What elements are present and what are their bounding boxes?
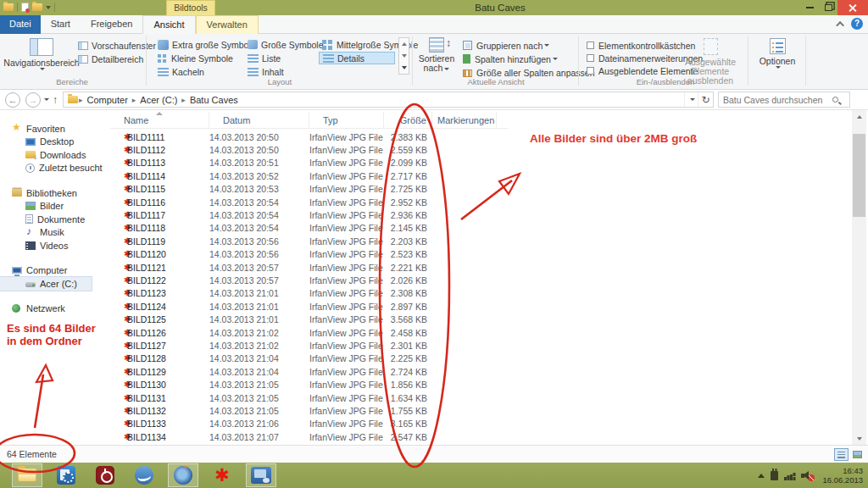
file-row[interactable]: BILD112114.03.2013 20:57IrfanView JPG Fi… xyxy=(110,261,619,274)
breadcrumb-item-acer-c[interactable]: Acer (C:) xyxy=(136,95,181,105)
sidebar-item-favoriten[interactable]: Favoriten xyxy=(0,122,107,136)
sidebar-item-dokumente[interactable]: Dokumente xyxy=(0,213,107,226)
file-row[interactable]: BILD111714.03.2013 20:54IrfanView JPG Fi… xyxy=(110,208,619,221)
add-columns-button[interactable]: Spalten hinzufügen xyxy=(463,53,558,65)
tab-datei[interactable]: Datei xyxy=(0,15,41,34)
layout-grosse-symbole[interactable]: Große Symbole xyxy=(244,38,327,51)
new-folder-button[interactable] xyxy=(32,3,42,11)
help-icon[interactable] xyxy=(851,18,863,30)
gallery-scroll-up-icon[interactable] xyxy=(402,42,407,46)
show-hidden-icons-icon[interactable] xyxy=(758,474,765,478)
file-row[interactable]: BILD112514.03.2013 21:01IrfanView JPG Fi… xyxy=(110,313,619,325)
taskbar-file-explorer-button[interactable] xyxy=(12,463,42,487)
taskbar-power-app-button[interactable] xyxy=(90,463,120,487)
file-row[interactable]: BILD111314.03.2013 20:51IrfanView JPG Fi… xyxy=(110,157,619,169)
checkbox-icon[interactable] xyxy=(587,42,594,49)
up-button[interactable]: ↑ xyxy=(53,94,58,106)
file-row[interactable]: BILD111514.03.2013 20:53IrfanView JPG Fi… xyxy=(110,183,619,196)
column-header-datum[interactable]: Datum xyxy=(209,112,309,129)
column-header-typ[interactable]: Typ xyxy=(309,112,384,129)
minimize-button[interactable] xyxy=(800,0,819,15)
checkbox-icon[interactable] xyxy=(587,54,594,62)
search-box[interactable] xyxy=(718,92,850,108)
details-view-button[interactable] xyxy=(834,448,849,461)
sidebar-item-acer-c-[interactable]: Acer (C:) xyxy=(0,277,92,291)
close-button[interactable] xyxy=(837,0,868,15)
preview-pane-button[interactable]: Vorschaufenster xyxy=(78,39,156,52)
sidebar-item-bibliotheken[interactable]: Bibliotheken xyxy=(0,186,107,200)
layout-inhalt[interactable]: Inhalt xyxy=(244,65,287,78)
tab-ansicht[interactable]: Ansicht xyxy=(142,15,195,34)
forward-button[interactable]: → xyxy=(25,92,41,108)
sort-by-button[interactable]: Sortieren nach xyxy=(417,37,456,73)
sidebar-item-musik[interactable]: Musik xyxy=(0,226,107,240)
file-row[interactable]: BILD112414.03.2013 21:01IrfanView JPG Fi… xyxy=(110,300,619,313)
vertical-scrollbar[interactable] xyxy=(852,110,866,445)
taskbar-irfanview-button[interactable] xyxy=(207,463,237,487)
file-row[interactable]: BILD113414.03.2013 21:07IrfanView JPG Fi… xyxy=(110,430,619,443)
sidebar-item-desktop[interactable]: Desktop xyxy=(0,136,107,149)
file-row[interactable]: BILD113314.03.2013 21:06IrfanView JPG Fi… xyxy=(110,418,619,430)
network-signal-icon[interactable] xyxy=(784,471,795,480)
tab-freigeben[interactable]: Freigeben xyxy=(81,15,143,34)
back-button[interactable]: ← xyxy=(5,92,20,108)
file-row[interactable]: BILD112714.03.2013 21:02IrfanView JPG Fi… xyxy=(110,339,619,352)
sidebar-item-zuletzt-besucht[interactable]: Zuletzt besucht xyxy=(0,162,107,175)
file-row[interactable]: BILD112914.03.2013 21:04IrfanView JPG Fi… xyxy=(110,365,619,378)
taskbar-firefox-button[interactable] xyxy=(168,463,198,487)
file-row[interactable]: BILD112614.03.2013 21:02IrfanView JPG Fi… xyxy=(110,326,619,339)
file-row[interactable]: BILD112814.03.2013 21:04IrfanView JPG Fi… xyxy=(110,352,619,365)
file-row[interactable]: BILD112214.03.2013 20:57IrfanView JPG Fi… xyxy=(110,274,619,286)
address-dropdown[interactable] xyxy=(684,92,698,107)
search-icon[interactable] xyxy=(832,97,838,103)
taskbar-openoffice-button[interactable] xyxy=(129,463,159,487)
recent-locations-dropdown[interactable] xyxy=(44,98,49,101)
layout-liste[interactable]: Liste xyxy=(244,52,284,64)
tab-start[interactable]: Start xyxy=(41,15,81,34)
checkbox-icon[interactable] xyxy=(587,67,594,75)
options-button[interactable]: Optionen xyxy=(756,38,798,69)
file-row[interactable]: BILD112014.03.2013 20:56IrfanView JPG Fi… xyxy=(110,248,619,261)
search-input[interactable] xyxy=(719,95,831,105)
sidebar-item-netzwerk[interactable]: Netzwerk xyxy=(0,302,107,316)
group-by-button[interactable]: Gruppieren nach xyxy=(463,39,549,52)
file-row[interactable]: BILD111814.03.2013 20:54IrfanView JPG Fi… xyxy=(110,222,619,235)
layout-details[interactable]: Details xyxy=(319,52,395,64)
taskbar-settings-app-button[interactable] xyxy=(51,463,81,487)
gallery-scroll-down-icon[interactable] xyxy=(402,54,407,58)
sidebar-item-computer[interactable]: Computer xyxy=(0,264,107,278)
scroll-down-icon[interactable] xyxy=(852,432,866,445)
file-row[interactable]: BILD111414.03.2013 20:52IrfanView JPG Fi… xyxy=(110,169,619,182)
properties-button[interactable] xyxy=(21,3,29,12)
column-header-groesse[interactable]: Größe xyxy=(384,112,432,129)
sidebar-item-videos[interactable]: Videos xyxy=(0,239,107,252)
refresh-button[interactable] xyxy=(698,92,713,107)
column-header-markierungen[interactable]: Markierungen xyxy=(432,112,497,129)
file-row[interactable]: BILD113214.03.2013 21:05IrfanView JPG Fi… xyxy=(110,404,619,417)
breadcrumb-item-computer[interactable]: Computer xyxy=(84,95,131,105)
safely-remove-icon[interactable] xyxy=(771,471,778,480)
file-row[interactable]: BILD113014.03.2013 21:05IrfanView JPG Fi… xyxy=(110,378,619,391)
file-row[interactable]: BILD113114.03.2013 21:05IrfanView JPG Fi… xyxy=(110,391,619,404)
tab-verwalten[interactable]: Verwalten xyxy=(196,15,259,34)
breadcrumb-item-batu-caves[interactable]: Batu Caves xyxy=(186,95,242,105)
column-header-name[interactable]: Name xyxy=(110,112,209,129)
bildtools-context-tab[interactable]: Bildtools xyxy=(166,0,215,15)
file-row[interactable]: BILD111214.03.2013 20:50IrfanView JPG Fi… xyxy=(110,143,619,156)
gallery-more-icon[interactable] xyxy=(402,66,407,69)
layout-gallery-scroll[interactable] xyxy=(398,37,409,75)
taskbar-display-settings-button[interactable] xyxy=(246,463,276,487)
file-row[interactable]: BILD112314.03.2013 21:01IrfanView JPG Fi… xyxy=(110,287,619,300)
clock[interactable]: 16:43 16.06.2013 xyxy=(822,466,863,485)
file-row[interactable]: BILD111914.03.2013 20:56IrfanView JPG Fi… xyxy=(110,235,619,247)
scrollbar-thumb[interactable] xyxy=(853,134,865,217)
scroll-up-icon[interactable] xyxy=(852,110,866,123)
file-row[interactable]: BILD111614.03.2013 20:54IrfanView JPG Fi… xyxy=(110,196,619,208)
layout-kacheln[interactable]: Kacheln xyxy=(154,65,208,78)
breadcrumb[interactable]: Computer Acer (C:) Batu Caves xyxy=(63,92,714,108)
navigation-pane-button[interactable]: Navigationsbereich xyxy=(8,38,75,70)
restore-button[interactable] xyxy=(819,0,837,15)
layout-kleine-symbole[interactable]: Kleine Symbole xyxy=(154,52,236,64)
details-pane-button[interactable]: Detailbereich xyxy=(78,53,143,65)
sidebar-item-bilder[interactable]: Bilder xyxy=(0,200,107,214)
